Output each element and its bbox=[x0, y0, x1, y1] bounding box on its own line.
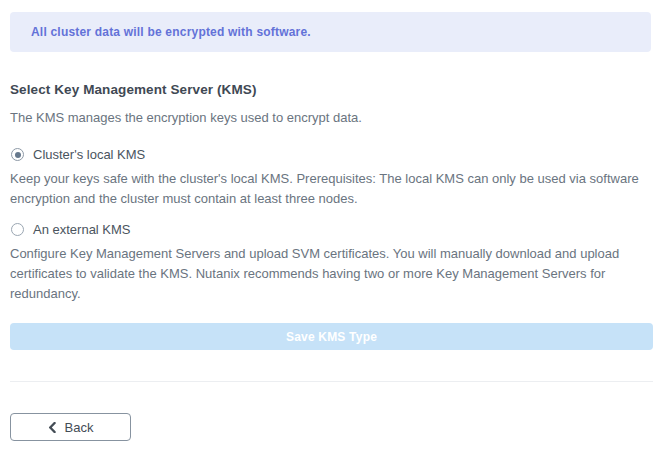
radio-button-external-kms[interactable] bbox=[11, 223, 24, 236]
radio-option-external-kms[interactable]: An external KMS bbox=[11, 222, 131, 237]
kms-section-subtitle: The KMS manages the encryption keys used… bbox=[10, 110, 362, 125]
back-button[interactable]: Back bbox=[10, 413, 131, 441]
radio-label-external-kms: An external KMS bbox=[33, 222, 131, 237]
encryption-info-banner: All cluster data will be encrypted with … bbox=[10, 12, 651, 52]
save-kms-type-button[interactable]: Save KMS Type bbox=[10, 323, 653, 350]
radio-button-local-kms[interactable] bbox=[11, 148, 24, 161]
kms-section-title: Select Key Management Server (KMS) bbox=[10, 82, 257, 97]
chevron-left-icon bbox=[48, 422, 56, 433]
radio-label-local-kms: Cluster's local KMS bbox=[33, 147, 145, 162]
external-kms-description: Configure Key Management Servers and upl… bbox=[10, 244, 644, 304]
radio-option-local-kms[interactable]: Cluster's local KMS bbox=[11, 147, 145, 162]
divider bbox=[10, 381, 653, 382]
local-kms-description: Keep your keys safe with the cluster's l… bbox=[10, 169, 644, 209]
back-button-label: Back bbox=[65, 420, 94, 435]
encryption-info-banner-text: All cluster data will be encrypted with … bbox=[31, 25, 311, 39]
